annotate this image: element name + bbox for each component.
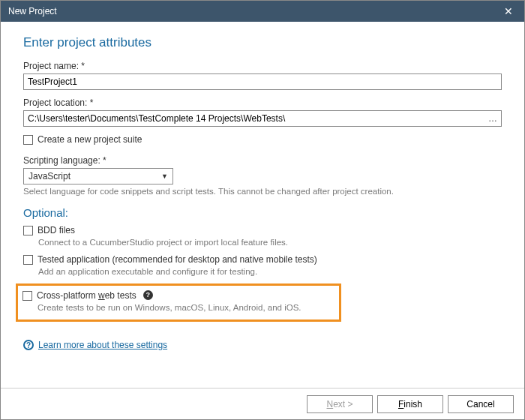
cancel-button[interactable]: Cancel (448, 395, 514, 413)
project-location-label: Project location: * (23, 98, 502, 108)
cross-platform-highlight: Cross-platform web tests ? Create tests … (16, 284, 341, 322)
info-icon: ? (23, 340, 34, 350)
tested-app-desc: Add an application executable and config… (38, 267, 502, 276)
help-icon[interactable]: ? (143, 290, 153, 300)
close-icon[interactable]: ✕ (499, 1, 518, 22)
finish-button[interactable]: Finish (377, 395, 443, 413)
bdd-files-checkbox[interactable] (23, 226, 33, 236)
project-location-input[interactable] (23, 110, 502, 127)
new-project-dialog: New Project ✕ Enter project attributes P… (0, 0, 525, 420)
next-button: Next > (307, 395, 373, 413)
dialog-footer: Next > Finish Cancel (1, 388, 524, 419)
bdd-files-desc: Connect to a CucumberStudio project or i… (38, 238, 502, 247)
cross-platform-label: Cross-platform web tests (37, 290, 136, 301)
scripting-language-select[interactable]: JavaScript ▼ (23, 168, 173, 184)
attributes-heading: Enter project attributes (23, 35, 502, 50)
create-suite-label: Create a new project suite (38, 134, 142, 145)
browse-location-button[interactable]: … (488, 110, 498, 127)
chevron-down-icon: ▼ (161, 172, 168, 180)
tested-app-label: Tested application (recommended for desk… (38, 254, 317, 265)
cross-platform-checkbox[interactable] (22, 291, 32, 301)
scripting-language-hint: Select language for code snippets and sc… (23, 187, 502, 196)
cross-platform-desc: Create tests to be run on Windows, macOS… (38, 303, 332, 312)
bdd-files-label: BDD files (38, 225, 75, 236)
tested-app-checkbox[interactable] (23, 255, 33, 265)
optional-heading: Optional: (23, 206, 502, 219)
dialog-content: Enter project attributes Project name: *… (1, 22, 524, 388)
scripting-language-label: Scripting language: * (23, 155, 502, 166)
learn-more-link[interactable]: Learn more about these settings (38, 340, 167, 350)
scripting-language-value: JavaScript (28, 171, 70, 182)
project-name-label: Project name: * (23, 61, 502, 71)
project-name-input[interactable] (23, 74, 502, 90)
create-suite-checkbox[interactable] (23, 135, 33, 145)
window-title: New Project (8, 6, 57, 16)
titlebar: New Project ✕ (1, 1, 524, 22)
